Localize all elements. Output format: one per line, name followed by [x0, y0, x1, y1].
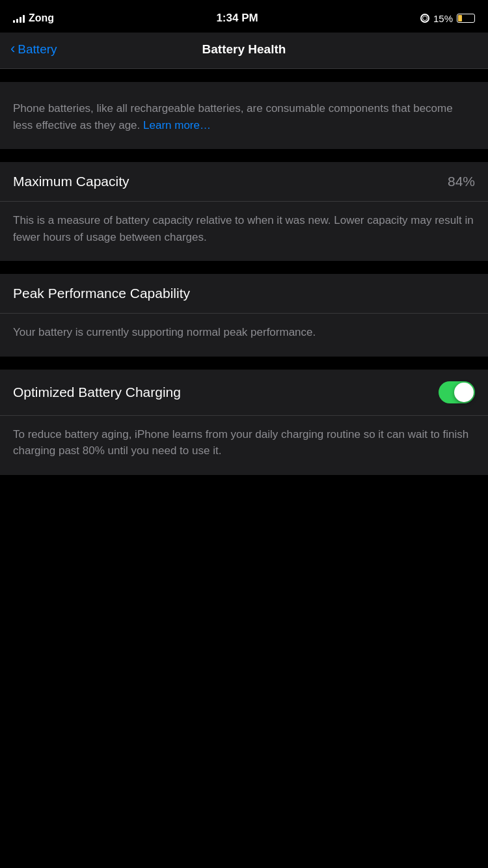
spacer-2	[0, 261, 488, 274]
maximum-capacity-row: Maximum Capacity 84%	[0, 162, 488, 201]
info-main-text: Phone batteries, like all rechargeable b…	[13, 102, 453, 131]
back-button[interactable]: ‹ Battery	[10, 41, 57, 57]
back-chevron-icon: ‹	[10, 40, 15, 57]
learn-more-link[interactable]: Learn more…	[143, 119, 211, 131]
maximum-capacity-label: Maximum Capacity	[13, 174, 129, 189]
navigation-bar: ‹ Battery Battery Health	[0, 33, 488, 69]
spacer-top	[0, 69, 488, 82]
info-section: Phone batteries, like all rechargeable b…	[0, 82, 488, 149]
back-button-label: Battery	[18, 42, 57, 57]
optimized-charging-row[interactable]: Optimized Battery Charging	[0, 370, 488, 415]
carrier-name: Zong	[29, 12, 54, 24]
optimized-charging-description: To reduce battery aging, iPhone learns f…	[0, 416, 488, 475]
peak-performance-description: Your battery is currently supporting nor…	[0, 314, 488, 357]
status-right: 15%	[420, 13, 475, 24]
optimized-charging-desc-text: To reduce battery aging, iPhone learns f…	[13, 426, 475, 459]
maximum-capacity-desc-text: This is a measure of battery capacity re…	[13, 212, 475, 245]
battery-fill	[458, 15, 462, 21]
optimized-charging-block: Optimized Battery Charging To reduce bat…	[0, 370, 488, 475]
info-text: Phone batteries, like all rechargeable b…	[13, 100, 475, 133]
optimized-charging-toggle[interactable]	[439, 381, 475, 403]
content-area: Phone batteries, like all rechargeable b…	[0, 69, 488, 475]
peak-performance-row: Peak Performance Capability	[0, 274, 488, 313]
location-icon	[420, 14, 429, 23]
maximum-capacity-description: This is a measure of battery capacity re…	[0, 202, 488, 261]
peak-performance-desc-text: Your battery is currently supporting nor…	[13, 324, 475, 341]
signal-bars-icon	[13, 14, 25, 23]
status-time: 1:34 PM	[216, 12, 258, 25]
spacer-3	[0, 357, 488, 370]
page-title: Battery Health	[202, 42, 286, 57]
battery-percent: 15%	[433, 13, 453, 24]
status-bar: Zong 1:34 PM 15%	[0, 0, 488, 33]
status-left: Zong	[13, 12, 54, 24]
spacer-1	[0, 149, 488, 162]
toggle-knob	[454, 383, 474, 402]
peak-performance-label: Peak Performance Capability	[13, 286, 190, 301]
optimized-charging-label: Optimized Battery Charging	[13, 385, 181, 400]
battery-icon	[457, 14, 475, 23]
peak-performance-block: Peak Performance Capability Your battery…	[0, 274, 488, 357]
battery-shape	[457, 14, 475, 23]
maximum-capacity-value: 84%	[448, 174, 475, 189]
maximum-capacity-block: Maximum Capacity 84% This is a measure o…	[0, 162, 488, 261]
